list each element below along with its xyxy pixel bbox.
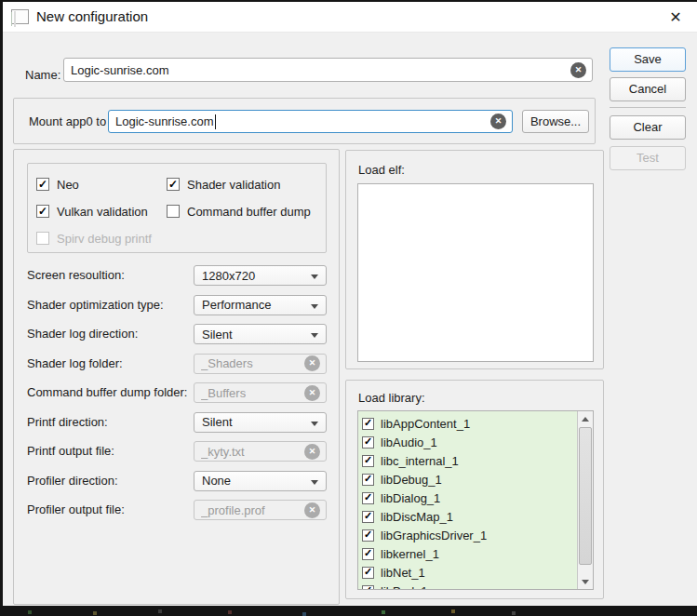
checkmark-icon: ✓: [364, 455, 372, 465]
field-label-printf-output-file: Printf output file:: [27, 441, 194, 462]
load-elf-area[interactable]: [357, 183, 594, 362]
chevron-down-icon: [311, 275, 318, 279]
text-caret: [215, 114, 216, 129]
library-list-item[interactable]: ✓ libc_internal_1: [362, 451, 593, 470]
library-list-item[interactable]: ✓ libPad_1: [362, 582, 593, 590]
name-input[interactable]: Logic-sunrise.com ✕: [63, 58, 593, 82]
window-title: New configuration: [36, 8, 148, 24]
checkbox-box[interactable]: ✓: [362, 529, 374, 542]
load-elf-group: Load elf:: [345, 150, 604, 369]
scrollbar-thumb[interactable]: [579, 427, 592, 565]
text-field-printf-output-file: _kyty.txt ✕: [194, 441, 327, 462]
checkbox-shader-validation[interactable]: ✓ Shader validation: [167, 177, 326, 192]
text-field-command-buffer-dump-folder: _Buffers ✕: [194, 382, 327, 403]
checkbox-box[interactable]: ✓: [36, 205, 49, 218]
combobox-value: Silent: [202, 415, 233, 429]
chevron-down-icon: [311, 304, 318, 309]
checkbox-box[interactable]: [36, 232, 49, 245]
scrollbar[interactable]: [577, 411, 593, 589]
clear-icon: ✕: [304, 355, 320, 371]
close-icon[interactable]: ✕: [665, 7, 686, 28]
library-list[interactable]: ✓ libAppContent_1 ✓ libAudio_1 ✓ libc_in…: [357, 410, 594, 590]
browse-button[interactable]: Browse...: [522, 110, 589, 133]
checkbox-box[interactable]: ✓: [36, 178, 49, 191]
library-list-item[interactable]: ✓ libAudio_1: [362, 433, 593, 451]
library-list-item[interactable]: ✓ libAppContent_1: [362, 414, 593, 433]
checkbox-box[interactable]: ✓: [362, 474, 374, 486]
checkbox-box[interactable]: ✓: [362, 567, 374, 579]
combobox-profiler-direction[interactable]: None: [194, 471, 327, 491]
combobox-shader-optimization-type[interactable]: Performance: [194, 295, 327, 315]
mount-label: Mount app0 to: [29, 99, 106, 145]
load-library-group: Load library: ✓ libAppContent_1 ✓ libAud…: [345, 380, 604, 599]
clear-icon: ✕: [304, 444, 320, 460]
library-list-item[interactable]: ✓ libGraphicsDriver_1: [362, 526, 593, 544]
library-item-label: libkernel_1: [381, 547, 439, 561]
field-label-shader-log-direction: Shader log direction:: [27, 324, 194, 344]
save-button[interactable]: Save: [610, 47, 686, 72]
checkbox-command-buffer-dump[interactable]: Command buffer dump: [167, 204, 326, 219]
mount-input[interactable]: Logic-sunrise.com ✕: [108, 110, 513, 133]
library-item-label: libAudio_1: [381, 435, 437, 449]
combobox-screen-resoultion[interactable]: 1280x720: [194, 265, 327, 286]
checkbox-spirv-debug-printf: Spirv debug printf: [36, 231, 167, 246]
field-label-profiler-output-file: Profiler output file:: [27, 500, 194, 520]
checkbox-box[interactable]: ✓: [362, 455, 374, 467]
mount-input-value: Logic-sunrise.com: [115, 114, 214, 128]
clear-icon[interactable]: ✕: [570, 62, 586, 78]
checkmark-icon: ✓: [364, 436, 372, 447]
name-label: Name:: [25, 63, 60, 87]
checkbox-box[interactable]: ✓: [362, 418, 374, 430]
checkbox-box[interactable]: ✓: [362, 436, 374, 449]
library-item-label: libNet_1: [381, 566, 425, 580]
field-label-profiler-direction: Profiler direction:: [27, 471, 194, 491]
checkbox-box[interactable]: ✓: [362, 548, 374, 560]
checkmark-icon: ✓: [364, 492, 372, 502]
chevron-down-icon: [311, 480, 318, 485]
combobox-printf-direction[interactable]: Silent: [194, 412, 327, 433]
scroll-down-icon[interactable]: [578, 574, 593, 589]
library-list-item[interactable]: ✓ libDiscMap_1: [362, 507, 593, 526]
checkbox-box[interactable]: ✓: [167, 178, 180, 191]
checkbox-box[interactable]: ✓: [362, 492, 374, 504]
checkbox-box[interactable]: ✓: [362, 511, 374, 523]
checkmark-icon: ✓: [364, 567, 372, 577]
text-field-value: _kyty.txt: [201, 445, 245, 459]
checkbox-label: Neo: [57, 178, 79, 192]
field-label-command-buffer-dump-folder: Command buffer dump folder:: [27, 382, 194, 403]
checkmark-icon: ✓: [364, 548, 372, 558]
combobox-shader-log-direction[interactable]: Silent: [194, 324, 327, 344]
field-label-screen-resoultion: Screen resoultion:: [27, 265, 194, 286]
checkmark-icon: ✓: [364, 418, 372, 428]
field-label-shader-log-folder: Shader log folder:: [27, 354, 194, 374]
text-field-value: _Shaders: [201, 356, 253, 370]
clear-icon[interactable]: ✕: [490, 114, 506, 129]
checkmark-icon: ✓: [364, 585, 372, 590]
cancel-button[interactable]: Cancel: [610, 77, 686, 101]
library-list-item[interactable]: ✓ libkernel_1: [362, 544, 593, 563]
load-library-label: Load library:: [358, 391, 425, 405]
checkmark-icon: ✓: [168, 179, 178, 190]
settings-group: ✓ Neo ✓ Shader validation ✓ Vulkan valid…: [13, 149, 340, 605]
scroll-up-icon[interactable]: [578, 411, 593, 426]
checkbox-vulkan-validation[interactable]: ✓ Vulkan validation: [36, 204, 167, 219]
combobox-value: None: [202, 474, 231, 488]
library-list-item[interactable]: ✓ libDialog_1: [362, 489, 593, 507]
library-item-label: libAppContent_1: [381, 417, 470, 431]
library-item-label: libPad_1: [381, 584, 428, 591]
text-field-value: _profile.prof: [201, 503, 265, 517]
combobox-value: 1280x720: [202, 269, 255, 283]
field-label-shader-optimization-type: Shader optimization type:: [27, 295, 194, 315]
library-list-item[interactable]: ✓ libNet_1: [362, 563, 593, 582]
library-list-item[interactable]: ✓ libDebug_1: [362, 470, 593, 489]
checkbox-box[interactable]: ✓: [362, 585, 374, 591]
checkbox-box[interactable]: [167, 205, 180, 218]
checkmark-icon: ✓: [38, 206, 47, 217]
checkbox-neo[interactable]: ✓ Neo: [36, 177, 167, 192]
combobox-value: Silent: [202, 328, 233, 341]
library-item-label: libGraphicsDriver_1: [381, 529, 487, 542]
field-label-printf-direction: Printf direction:: [27, 412, 194, 433]
checkmark-icon: ✓: [38, 179, 47, 190]
chevron-down-icon: [311, 422, 318, 426]
clear-button[interactable]: Clear: [610, 115, 686, 140]
